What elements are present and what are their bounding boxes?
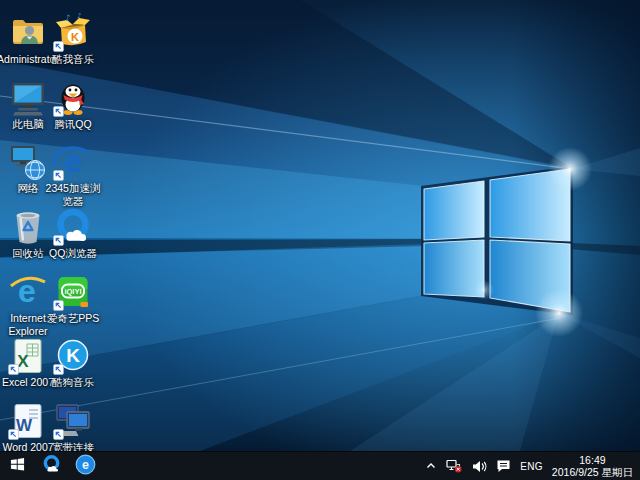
qq-browser-icon <box>41 454 62 479</box>
svg-text:K: K <box>71 31 79 43</box>
desktop-icon-broadband-connection[interactable]: 宽带连接 <box>41 400 105 451</box>
taskbar-qq-browser-button[interactable] <box>34 452 68 480</box>
hidden-icons-chevron[interactable] <box>425 460 437 472</box>
clock-date: 2016/9/25 星期日 <box>552 466 633 479</box>
clock-time: 16:49 <box>552 454 633 467</box>
svg-text:♪: ♪ <box>77 12 81 20</box>
desktop-icon-kuwo-music[interactable]: K ♪ ♪ 酷我音乐 <box>41 12 105 66</box>
desktop-icon-label: QQ浏览器 <box>49 247 97 260</box>
desktop-icon-label: 回收站 <box>12 247 44 260</box>
desktop-icon-qq-browser[interactable]: QQ浏览器 <box>41 206 105 260</box>
windows-logo-icon <box>10 457 25 476</box>
kugou-music-icon: K <box>53 335 93 375</box>
shortcut-arrow-icon <box>53 41 64 52</box>
shortcut-arrow-icon <box>53 429 64 440</box>
taskbar: e ENG <box>0 451 640 480</box>
desktop-icon-iqiyi-pps[interactable]: iQIYI 爱奇艺PPS <box>41 271 105 325</box>
network-disconnected-icon[interactable] <box>446 459 463 473</box>
shortcut-arrow-icon <box>53 364 64 375</box>
desktop-icon-label: 此电脑 <box>12 118 44 131</box>
desktop[interactable]: Administrator 此电脑 <box>0 0 640 451</box>
desktop-icon-tencent-qq[interactable]: 腾讯QQ <box>41 77 105 131</box>
tencent-qq-icon <box>53 77 93 117</box>
shortcut-arrow-icon <box>53 106 64 117</box>
desktop-icon-label: 酷狗音乐 <box>52 376 94 389</box>
desktop-icon-label: 宽带连接 <box>52 441 94 451</box>
desktop-icon-2345-browser[interactable]: e 2345加速浏览器 <box>41 141 105 208</box>
iqiyi-pps-icon: iQIYI <box>53 271 93 311</box>
qq-browser-icon <box>53 206 93 246</box>
system-tray: ENG 16:49 2016/9/25 星期日 <box>425 452 640 480</box>
broadband-connection-icon <box>53 400 93 440</box>
language-indicator[interactable]: ENG <box>520 461 543 472</box>
2345-browser-icon: e <box>53 141 93 181</box>
desktop-icon-kugou-music[interactable]: K 酷狗音乐 <box>41 335 105 389</box>
desktop-icon-label: 网络 <box>18 182 39 195</box>
start-button[interactable] <box>0 452 34 480</box>
shortcut-arrow-icon <box>53 235 64 246</box>
shortcut-arrow-icon <box>53 300 64 311</box>
svg-text:K: K <box>66 345 80 366</box>
taskbar-clock[interactable]: 16:49 2016/9/25 星期日 <box>552 454 633 479</box>
taskbar-2345-browser-button[interactable]: e <box>68 452 102 480</box>
kuwo-music-icon: K ♪ ♪ <box>53 12 93 52</box>
shortcut-arrow-icon <box>53 170 64 181</box>
svg-text:iQIYI: iQIYI <box>64 287 81 296</box>
shortcut-arrow-icon <box>8 429 19 440</box>
desktop-icon-label: 爱奇艺PPS <box>47 312 100 325</box>
svg-text:♪: ♪ <box>65 13 71 23</box>
svg-text:e: e <box>82 458 89 472</box>
desktop-icon-label: 腾讯QQ <box>54 118 91 131</box>
desktop-icon-label: 酷我音乐 <box>52 53 94 66</box>
svg-text:X: X <box>17 352 29 371</box>
action-center-icon[interactable] <box>496 459 511 473</box>
shortcut-arrow-icon <box>8 364 19 375</box>
volume-icon[interactable] <box>472 460 487 473</box>
desktop-icon-label: 2345加速浏览器 <box>41 182 105 208</box>
blue-e-sphere-icon: e <box>75 454 96 479</box>
